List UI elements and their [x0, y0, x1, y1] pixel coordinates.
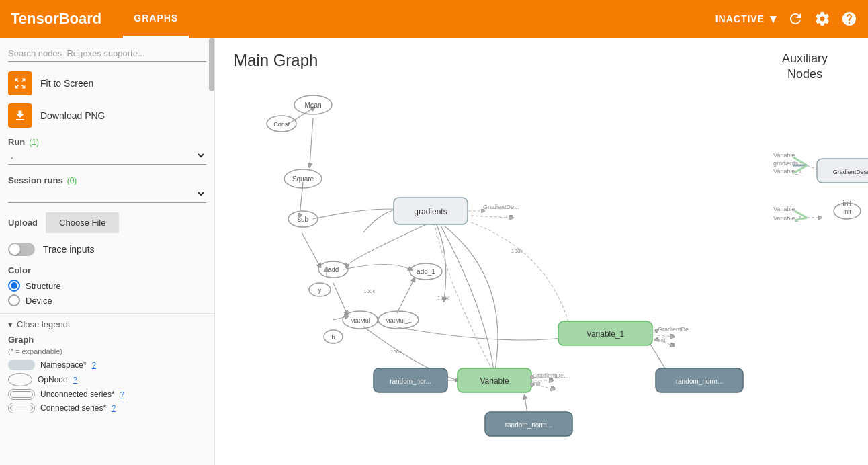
device-label: Device [26, 296, 52, 306]
main-nav: GRAPHS [123, 0, 189, 38]
node-random-nor-left[interactable]: random_nor... [374, 368, 447, 392]
nav-graphs[interactable]: GRAPHS [123, 0, 189, 38]
session-runs-label: Session runs [8, 175, 63, 185]
svg-text:GradientDesc...: GradientDesc... [833, 169, 868, 175]
run-label: Run [8, 137, 25, 147]
node-matmul[interactable]: MatMul [343, 311, 378, 329]
header: TensorBoard GRAPHS INACTIVE ▾ [0, 0, 868, 38]
node-add1[interactable]: add_1 [410, 263, 442, 280]
opnode-shape [8, 373, 32, 386]
unconnected-shape [8, 389, 35, 400]
node-gradients[interactable]: gradients [394, 198, 468, 224]
legend-connected-item: Connected series* ? [8, 403, 206, 413]
node-mean[interactable]: Mean [294, 95, 332, 114]
run-select[interactable]: . [8, 150, 206, 165]
opnode-label: OpNode [38, 375, 68, 384]
status-text: INACTIVE [715, 13, 765, 24]
search-input[interactable] [8, 46, 206, 62]
svg-text:init: init [843, 208, 851, 215]
svg-line-1 [310, 118, 313, 165]
download-png-button[interactable]: Download PNG [0, 99, 214, 132]
settings-button[interactable] [814, 11, 830, 27]
app-logo: TensorBoard [11, 10, 101, 28]
svg-line-4 [302, 232, 320, 266]
edge-label-4: 100k [390, 349, 402, 355]
legend-toggle-button[interactable]: ▾ Close legend. [8, 319, 206, 329]
structure-radio[interactable] [8, 280, 20, 292]
svg-text:Variable: Variable [480, 376, 509, 386]
main-content: Main Graph AuxiliaryNodes [215, 38, 868, 465]
run-count: (1) [29, 138, 39, 147]
edge-label-1: 100k [511, 248, 523, 254]
aux-node-init[interactable]: init init [834, 200, 861, 219]
svg-text:gradients: gradients [414, 207, 447, 216]
graph-svg[interactable]: Mean Const Square sub add [215, 38, 868, 465]
node-matmul1[interactable]: MatMul_1 [378, 311, 419, 329]
unconnected-label: Unconnected series* [40, 390, 115, 399]
device-radio[interactable] [8, 294, 20, 306]
run-dropdown[interactable]: . [8, 150, 206, 161]
node-random-norm-right[interactable]: random_norm... [656, 368, 743, 392]
svg-text:sub: sub [298, 216, 309, 223]
legend-expandable-note: (* = expandable) [8, 347, 206, 355]
svg-line-7 [333, 316, 347, 320]
gradient-edge-label: GradientDe... [483, 204, 519, 210]
aux-v-label: Variable [773, 152, 795, 159]
refresh-button[interactable] [787, 11, 804, 27]
svg-text:add_1: add_1 [417, 268, 435, 276]
namespace-label: Namespace* [40, 360, 87, 370]
color-structure-option[interactable]: Structure [8, 280, 206, 292]
upload-row: Upload Choose File [0, 208, 214, 237]
upload-label: Upload [8, 218, 38, 228]
dropdown-arrow-icon: ▾ [770, 11, 777, 26]
node-const[interactable]: Const [267, 116, 296, 132]
svg-text:y: y [318, 287, 322, 294]
svg-text:b: b [331, 334, 335, 341]
unconnected-help-link[interactable]: ? [120, 390, 124, 398]
svg-text:random_norm...: random_norm... [676, 378, 724, 385]
node-b[interactable]: b [324, 330, 343, 343]
svg-text:random_norm...: random_norm... [505, 421, 553, 429]
svg-text:add: add [328, 266, 339, 273]
session-runs-select[interactable] [8, 188, 206, 203]
connected-help-link[interactable]: ? [112, 404, 116, 412]
opnode-help-link[interactable]: ? [73, 376, 77, 384]
legend-namespace-item: Namespace* ? [8, 360, 206, 370]
svg-line-3 [471, 216, 511, 218]
session-runs-dropdown[interactable] [8, 188, 206, 200]
v1-edge-gradient: GradientDe... [658, 326, 694, 333]
scrollbar[interactable] [209, 38, 214, 91]
aux-v-label2: Variable [773, 206, 795, 212]
trace-inputs-toggle[interactable] [8, 243, 35, 256]
svg-text:MatMul_1: MatMul_1 [385, 317, 412, 324]
help-button[interactable] [841, 11, 857, 27]
help-icon [841, 11, 857, 27]
connected-label: Connected series* [40, 403, 106, 413]
color-device-option[interactable]: Device [8, 294, 206, 306]
aux-node-gradient-desc[interactable]: GradientDesc... [817, 159, 868, 183]
legend-graph-title: Graph [8, 335, 206, 345]
svg-line-41 [652, 335, 657, 340]
color-section: Color Structure Device [0, 261, 214, 313]
chevron-down-icon: ▾ [8, 319, 13, 329]
fit-to-screen-button[interactable]: Fit to Screen [0, 67, 214, 99]
legend-unconnected-item: Unconnected series* ? [8, 389, 206, 400]
download-png-label: Download PNG [40, 110, 105, 121]
v1-edge-init: init [658, 337, 666, 343]
status-dropdown[interactable]: INACTIVE ▾ [715, 11, 777, 26]
svg-line-40 [652, 331, 657, 333]
trace-inputs-label: Trace inputs [43, 244, 95, 255]
app-body: Fit to Screen Download PNG Run (1) . [0, 38, 868, 465]
v-edge-init: init [533, 380, 541, 387]
node-random-norm-bottom[interactable]: random_norm... [485, 412, 572, 436]
structure-label: Structure [26, 281, 61, 291]
search-box [0, 38, 214, 67]
namespace-help-link[interactable]: ? [92, 361, 96, 369]
node-variable[interactable]: Variable [458, 368, 531, 392]
v-edge-gradient: GradientDe... [533, 372, 569, 379]
color-label: Color [8, 265, 206, 276]
node-y[interactable]: y [309, 283, 331, 296]
choose-file-button[interactable]: Choose File [46, 212, 119, 233]
node-variable1[interactable]: Variable_1 [558, 321, 652, 345]
svg-text:Variable_1: Variable_1 [587, 329, 625, 339]
